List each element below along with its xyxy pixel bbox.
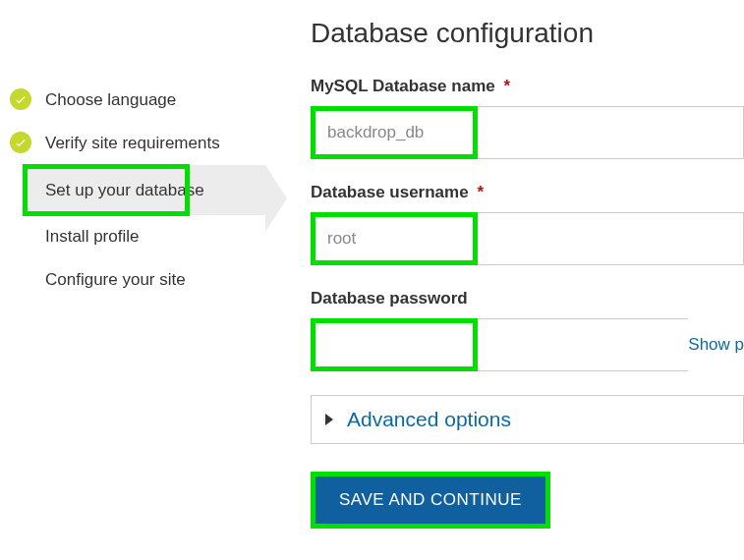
step-setup-database: Set up your database [28, 165, 265, 216]
label-db-user: Database username * [311, 183, 744, 202]
caret-right-icon [325, 414, 333, 425]
label-db-name: MySQL Database name * [311, 77, 744, 96]
page-title: Database configuration [311, 18, 744, 49]
db-name-input[interactable]: backdrop_db [311, 106, 478, 159]
step-install-profile: Install profile [0, 215, 265, 258]
check-icon [10, 132, 31, 153]
advanced-options-toggle[interactable]: Advanced options [311, 395, 744, 444]
step-label: Configure your site [45, 268, 186, 292]
step-configure-site: Configure your site [0, 258, 265, 302]
check-icon [10, 88, 31, 110]
db-name-input-extra[interactable] [478, 106, 744, 159]
step-label: Set up your database [45, 179, 204, 202]
step-verify-requirements: Verify site requirements [0, 122, 265, 165]
install-steps-sidebar: Choose language Verify site requirements… [0, 0, 265, 529]
field-db-user: Database username * root [311, 183, 744, 265]
advanced-options-label: Advanced options [347, 408, 511, 431]
label-db-pass: Database password [311, 289, 744, 308]
db-user-input-extra[interactable] [478, 212, 744, 265]
required-mark: * [503, 77, 510, 95]
save-and-continue-button[interactable]: SAVE AND CONTINUE [315, 476, 545, 524]
step-label: Install profile [45, 225, 139, 249]
field-db-name: MySQL Database name * backdrop_db [311, 77, 744, 159]
db-pass-input[interactable] [311, 318, 478, 371]
field-db-pass: Database password Show p [311, 289, 744, 371]
step-label: Verify site requirements [45, 132, 220, 155]
db-user-input[interactable]: root [311, 212, 478, 265]
step-label: Choose language [45, 88, 176, 112]
required-mark: * [477, 183, 484, 201]
db-pass-input-extra[interactable] [478, 318, 688, 371]
show-password-link[interactable]: Show p [688, 335, 744, 355]
highlight-box: SAVE AND CONTINUE [311, 472, 550, 529]
main-form: Database configuration MySQL Database na… [265, 0, 744, 529]
step-choose-language: Choose language [0, 79, 265, 122]
